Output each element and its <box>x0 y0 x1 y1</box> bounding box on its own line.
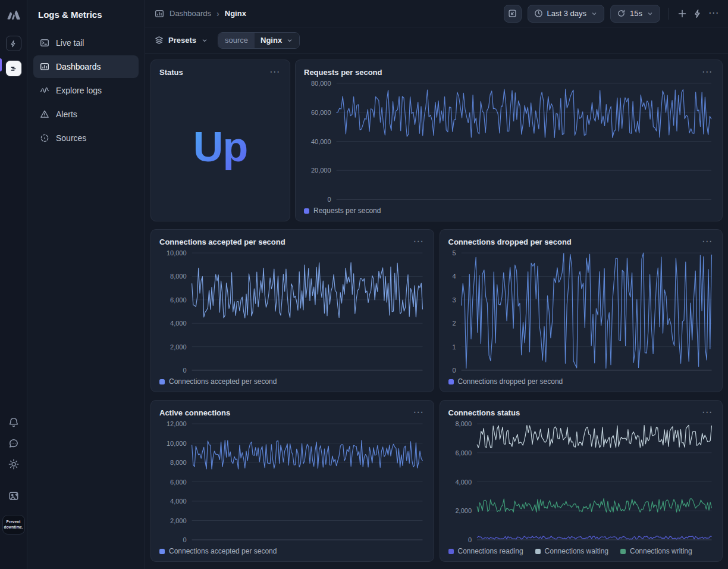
refresh-icon <box>617 9 626 18</box>
logs-icon <box>10 65 17 73</box>
alert-triangle-icon <box>40 110 49 119</box>
svg-text:2,000: 2,000 <box>455 507 472 514</box>
sidebar-item-label: Sources <box>56 133 86 143</box>
sidebar-item-alerts[interactable]: Alerts <box>33 103 139 126</box>
legend-item[interactable]: Requests per second <box>304 207 381 215</box>
svg-text:20,000: 20,000 <box>311 167 331 174</box>
legend-item[interactable]: Connections dropped per second <box>448 377 563 386</box>
legend-item[interactable]: Connections accepted per second <box>159 547 277 555</box>
sidebar-item-dashboards[interactable]: Dashboards <box>33 55 139 78</box>
header-controls: Last 3 days 15s <box>504 5 718 23</box>
legend-item[interactable]: Connections writing <box>620 547 692 555</box>
panel-title: Active connections <box>159 408 230 417</box>
divider <box>669 8 669 20</box>
sidebar-item-label: Live tail <box>56 38 84 48</box>
sun-icon[interactable] <box>8 459 19 470</box>
chart-canvas: 02,0004,0006,0008,000 <box>448 420 714 545</box>
terminal-icon <box>40 38 49 48</box>
source-filter-chip[interactable]: source Nginx <box>218 32 300 49</box>
panel-title: Connections accepted per second <box>159 237 285 246</box>
more-menu-icon[interactable]: ⋯ <box>412 239 425 245</box>
svg-text:0: 0 <box>327 196 331 203</box>
more-menu-icon[interactable]: ⋯ <box>412 409 425 415</box>
legend-item[interactable]: Connections reading <box>448 547 523 555</box>
panel-title: Requests per second <box>304 68 382 77</box>
app-rail: Prevent downtime. <box>0 0 27 569</box>
chat-icon[interactable] <box>8 438 19 449</box>
chart-legend: Requests per second <box>304 205 714 216</box>
refresh-interval-selector[interactable]: 15s <box>610 5 660 23</box>
refresh-interval-value: 15s <box>630 9 642 18</box>
svg-text:4: 4 <box>452 273 456 280</box>
bar-chart-icon <box>40 62 49 71</box>
image-plus-icon[interactable] <box>8 490 19 501</box>
sidebar-item-label: Explore logs <box>56 86 102 95</box>
svg-text:60,000: 60,000 <box>311 109 331 116</box>
panel-requests-per-second: Requests per second ⋯ 020,00040,00060,00… <box>295 60 723 221</box>
presets-label: Presets <box>168 36 196 45</box>
legend-item[interactable]: Connections accepted per second <box>159 377 277 386</box>
chart-legend: Connections accepted per second <box>159 546 425 557</box>
activity-icon <box>40 86 49 95</box>
chart-canvas: 012345 <box>448 249 714 375</box>
breadcrumb-current-page: Nginx <box>225 9 246 18</box>
chevron-down-icon <box>286 37 293 44</box>
active-app-indicator <box>0 58 2 71</box>
svg-text:2,000: 2,000 <box>170 517 187 524</box>
source-filter-value-label: Nginx <box>261 36 282 45</box>
sources-icon <box>40 133 49 143</box>
chart-canvas: 02,0004,0006,0008,00010,00012,000 <box>159 420 425 545</box>
uptime-app-button[interactable] <box>6 36 21 51</box>
time-range-selector[interactable]: Last 3 days <box>528 5 605 23</box>
app-window: Prevent downtime. Logs & Metrics Live ta… <box>0 0 728 569</box>
time-range-value: Last 3 days <box>547 9 587 18</box>
svg-text:0: 0 <box>467 536 471 543</box>
more-menu-icon[interactable]: ⋯ <box>708 9 718 18</box>
add-panel-icon[interactable] <box>677 9 687 18</box>
bar-chart-icon <box>155 9 164 18</box>
panel-connections-dropped: Connections dropped per second ⋯ 012345 … <box>440 229 723 392</box>
logs-app-button[interactable] <box>6 61 21 76</box>
prevent-downtime-badge[interactable]: Prevent downtime. <box>2 515 25 535</box>
more-menu-icon[interactable]: ⋯ <box>268 69 281 75</box>
bell-icon[interactable] <box>8 417 19 428</box>
legend-item[interactable]: Connections waiting <box>535 547 608 555</box>
legend-swatch <box>159 549 165 554</box>
sidebar-item-label: Dashboards <box>56 62 101 71</box>
presets-dropdown[interactable]: Presets <box>155 36 208 45</box>
svg-text:4,000: 4,000 <box>170 320 187 327</box>
svg-text:4,000: 4,000 <box>455 479 472 486</box>
source-filter-key: source <box>218 33 255 48</box>
more-menu-icon[interactable]: ⋯ <box>701 409 714 415</box>
sidebar-item-live-tail[interactable]: Live tail <box>33 32 139 54</box>
sidebar-item-sources[interactable]: Sources <box>33 127 139 149</box>
panel-connections-status: Connections status ⋯ 02,0004,0006,0008,0… <box>440 400 723 562</box>
svg-text:8,000: 8,000 <box>170 459 187 466</box>
more-menu-icon[interactable]: ⋯ <box>701 239 714 245</box>
svg-text:10,000: 10,000 <box>167 440 187 447</box>
source-filter-value[interactable]: Nginx <box>255 33 299 48</box>
breadcrumb-dashboards[interactable]: Dashboards <box>170 9 211 18</box>
quick-actions-zap-icon[interactable] <box>693 9 702 18</box>
screenshot-mode-button[interactable] <box>504 5 522 23</box>
legend-label: Connections accepted per second <box>169 547 277 555</box>
sidebar-item-explore-logs[interactable]: Explore logs <box>33 79 139 102</box>
svg-text:3: 3 <box>452 296 456 304</box>
svg-text:2: 2 <box>452 320 456 327</box>
svg-text:2,000: 2,000 <box>170 343 187 351</box>
more-menu-icon[interactable]: ⋯ <box>701 69 714 75</box>
main-area: Dashboards › Nginx Last 3 days <box>145 0 728 569</box>
rail-bottom-actions: Prevent downtime. <box>2 417 25 535</box>
app-switcher <box>6 36 21 76</box>
pointer-box-icon <box>508 9 517 18</box>
svg-text:8,000: 8,000 <box>455 420 472 427</box>
status-value: Up <box>193 123 247 171</box>
legend-swatch <box>620 549 626 554</box>
panel-active-connections: Active connections ⋯ 02,0004,0006,0008,0… <box>150 400 434 562</box>
svg-text:1: 1 <box>452 343 456 351</box>
layers-icon <box>155 36 164 45</box>
legend-label: Connections waiting <box>545 547 608 555</box>
chevron-down-icon <box>201 37 208 44</box>
svg-text:5: 5 <box>452 249 456 257</box>
betterstack-logo-icon[interactable] <box>6 8 21 21</box>
